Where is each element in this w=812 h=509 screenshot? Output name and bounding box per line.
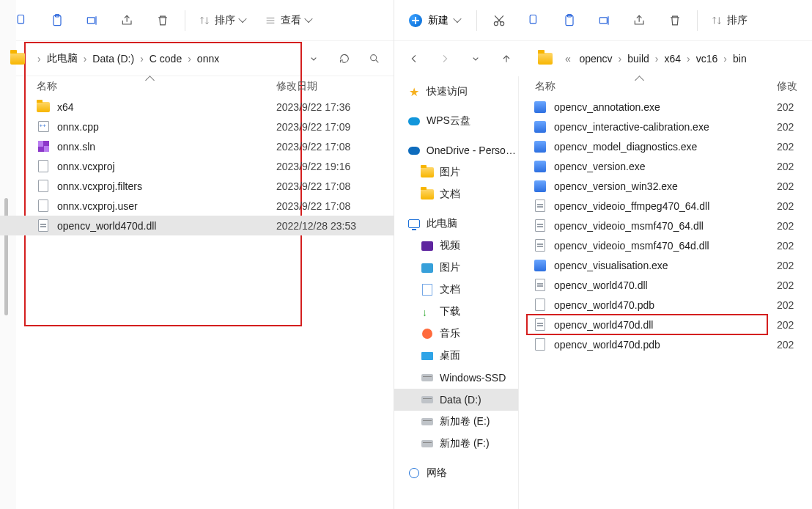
chevron-right-icon: › bbox=[616, 53, 625, 65]
nav-item[interactable]: 新加卷 (E:) bbox=[394, 411, 518, 433]
breadcrumb-segment[interactable]: x64 bbox=[662, 51, 684, 67]
breadcrumb-segment[interactable]: opencv bbox=[576, 51, 615, 67]
refresh-button[interactable] bbox=[332, 46, 357, 71]
delete-icon[interactable] bbox=[659, 6, 691, 35]
file-row[interactable]: onnx.vcxproj.filters 2023/9/22 17:08 bbox=[0, 176, 394, 196]
file-row[interactable]: onnx.sln 2023/9/22 17:08 bbox=[0, 136, 394, 156]
file-row[interactable]: onnx.cpp 2023/9/22 17:09 bbox=[0, 117, 394, 136]
nav-item[interactable]: 此电脑 bbox=[394, 213, 518, 235]
rename-icon[interactable] bbox=[588, 6, 621, 35]
left-column-headers[interactable]: 名称 修改日期 bbox=[0, 76, 394, 97]
svg-rect-0 bbox=[18, 15, 23, 23]
breadcrumb-segment[interactable]: onnx bbox=[194, 51, 222, 67]
paste-icon[interactable] bbox=[41, 6, 73, 35]
nav-label: 网络 bbox=[427, 466, 447, 480]
col-date[interactable]: 修改日期 bbox=[276, 80, 394, 93]
file-row[interactable]: opencv_version_win32.exe 202 bbox=[519, 176, 812, 196]
file-row[interactable]: opencv_model_diagnostics.exe 202 bbox=[519, 136, 812, 156]
paste-icon[interactable] bbox=[553, 6, 586, 35]
file-row[interactable]: opencv_videoio_ffmpeg470_64.dll 202 bbox=[519, 196, 812, 216]
nav-item[interactable]: ★ 快速访问 bbox=[394, 81, 518, 103]
nav-item[interactable]: OneDrive - Personal bbox=[394, 139, 518, 161]
sort-dropdown[interactable]: 排序 bbox=[191, 6, 254, 35]
file-date: 2022/12/28 23:53 bbox=[276, 220, 394, 232]
cpp-icon bbox=[38, 121, 49, 132]
file-row[interactable]: opencv_visualisation.exe 202 bbox=[519, 255, 812, 275]
right-breadcrumb[interactable]: « opencv›build›x64›vc16›bin bbox=[558, 46, 805, 71]
new-button[interactable]: 新建 bbox=[400, 7, 470, 34]
star-icon: ★ bbox=[409, 85, 419, 99]
file-row[interactable]: opencv_annotation.exe 202 bbox=[519, 97, 812, 117]
file-row[interactable]: opencv_interactive-calibration.exe 202 bbox=[519, 117, 812, 136]
dropdown-history-button[interactable] bbox=[301, 46, 326, 71]
file-row[interactable]: opencv_world470.dll 202 bbox=[519, 275, 812, 295]
rename-icon[interactable] bbox=[76, 6, 108, 35]
copy-icon[interactable] bbox=[518, 6, 550, 35]
file-row[interactable]: opencv_world470d.dll 2022/12/28 23:53 bbox=[0, 216, 394, 235]
share-icon[interactable] bbox=[624, 6, 656, 35]
breadcrumb-segment[interactable]: bin bbox=[730, 51, 750, 67]
left-address-row: ›此电脑›Data (D:)›C code›onnx bbox=[0, 41, 394, 76]
breadcrumb-segment[interactable]: vc16 bbox=[693, 51, 721, 67]
file-row[interactable]: opencv_world470.pdb 202 bbox=[519, 295, 812, 315]
file-row[interactable]: onnx.vcxproj.user 2023/9/22 17:08 bbox=[0, 196, 394, 216]
up-button[interactable] bbox=[494, 46, 519, 71]
nav-item[interactable]: 文档 bbox=[394, 279, 518, 301]
sort-dropdown[interactable]: 排序 bbox=[704, 6, 755, 35]
breadcrumb-segment[interactable]: C code bbox=[147, 51, 185, 67]
forward-button[interactable] bbox=[432, 46, 457, 71]
dll-icon bbox=[535, 318, 545, 331]
col-date[interactable]: 修改 bbox=[777, 80, 812, 93]
file-date: 202 bbox=[777, 260, 812, 271]
nav-item[interactable]: 网络 bbox=[394, 462, 518, 484]
nav-item[interactable]: 视频 bbox=[394, 235, 518, 257]
file-name: opencv_videoio_ffmpeg470_64.dll bbox=[554, 200, 777, 212]
nav-item[interactable]: 音乐 bbox=[394, 323, 518, 345]
cut-icon[interactable] bbox=[483, 6, 515, 35]
view-dropdown[interactable]: 查看 bbox=[257, 6, 320, 35]
nav-item[interactable]: 图片 bbox=[394, 257, 518, 279]
nav-label: 图片 bbox=[440, 166, 460, 179]
file-row[interactable]: opencv_world470d.dll 202 bbox=[519, 315, 812, 334]
nav-item[interactable]: WPS云盘 bbox=[394, 110, 518, 132]
chevron-down-icon bbox=[454, 17, 462, 24]
nav-item[interactable]: 下载 bbox=[394, 301, 518, 323]
nav-label: 下载 bbox=[440, 305, 460, 318]
file-row[interactable]: opencv_version.exe 202 bbox=[519, 156, 812, 176]
left-search-button[interactable] bbox=[363, 46, 386, 71]
col-name[interactable]: 名称 bbox=[0, 80, 276, 93]
file-row[interactable]: opencv_videoio_msmf470_64.dll 202 bbox=[519, 216, 812, 235]
nav-item[interactable]: 新加卷 (F:) bbox=[394, 433, 518, 455]
share-icon[interactable] bbox=[111, 6, 144, 35]
nav-label: 音乐 bbox=[440, 327, 460, 340]
svg-rect-14 bbox=[530, 15, 536, 23]
file-date: 2023/9/22 17:08 bbox=[276, 141, 394, 153]
left-breadcrumb[interactable]: ›此电脑›Data (D:)›C code›onnx bbox=[31, 46, 295, 71]
toolbar-separator bbox=[476, 10, 477, 31]
desk-icon bbox=[421, 352, 433, 360]
nav-item[interactable]: Data (D:) bbox=[394, 389, 518, 411]
sort-caret-icon bbox=[147, 77, 153, 84]
breadcrumb-overflow[interactable]: « bbox=[562, 51, 574, 67]
file-row[interactable]: onnx.vcxproj 2023/9/22 19:16 bbox=[0, 156, 394, 176]
file-row[interactable]: x64 2023/9/22 17:36 bbox=[0, 97, 394, 117]
file-name: opencv_version_win32.exe bbox=[554, 180, 777, 192]
nav-item[interactable]: Windows-SSD bbox=[394, 367, 518, 389]
recent-dropdown[interactable] bbox=[463, 46, 488, 71]
chevron-right-icon: › bbox=[652, 53, 662, 65]
nav-label: 视频 bbox=[440, 239, 460, 252]
nav-item[interactable]: 桌面 bbox=[394, 345, 518, 367]
breadcrumb-segment[interactable]: build bbox=[624, 51, 652, 67]
right-column-headers[interactable]: 名称 修改 bbox=[519, 76, 812, 97]
file-row[interactable]: opencv_videoio_msmf470_64d.dll 202 bbox=[519, 235, 812, 255]
nav-item[interactable]: 文档 bbox=[394, 183, 518, 205]
col-name[interactable]: 名称 bbox=[519, 80, 777, 93]
breadcrumb-segment[interactable]: 此电脑 bbox=[44, 50, 81, 67]
breadcrumb-segment[interactable]: Data (D:) bbox=[89, 51, 137, 67]
file-name: onnx.vcxproj.user bbox=[57, 200, 276, 212]
nav-item[interactable]: 图片 bbox=[394, 161, 518, 183]
delete-icon[interactable] bbox=[147, 6, 179, 35]
exe-icon bbox=[534, 161, 546, 172]
file-row[interactable]: opencv_world470d.pdb 202 bbox=[519, 334, 812, 354]
back-button[interactable] bbox=[402, 46, 427, 71]
